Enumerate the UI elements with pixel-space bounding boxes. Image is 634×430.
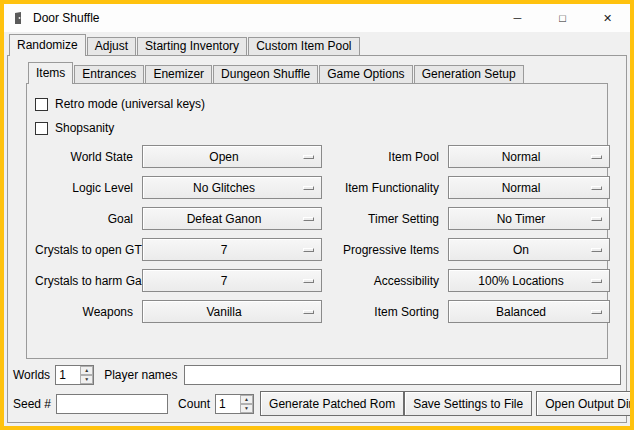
items-tab-panel: Retro mode (universal keys) Shopsanity W… (26, 83, 608, 359)
item-sorting-dropdown[interactable]: Balanced (448, 300, 610, 323)
world-state-dropdown[interactable]: Open (142, 145, 322, 168)
accessibility-dropdown[interactable]: 100% Locations (448, 269, 610, 292)
goal-dropdown[interactable]: Defeat Ganon (142, 207, 322, 230)
dropdown-indicator-icon (591, 279, 602, 283)
tab-items[interactable]: Items (28, 62, 73, 84)
item-pool-dropdown[interactable]: Normal (448, 145, 610, 168)
randomize-tab-panel: Items Entrances Enemizer Dungeon Shuffle… (7, 55, 627, 423)
progressive-items-dropdown[interactable]: On (448, 238, 610, 261)
worlds-row: Worlds ▲ ▼ Player names (13, 364, 621, 386)
item-functionality-label: Item Functionality (327, 181, 443, 195)
crystals-harm-ganon-value: 7 (221, 274, 228, 288)
dropdown-indicator-icon (303, 310, 314, 314)
window-controls: ─ □ ✕ (495, 4, 630, 32)
logic-level-dropdown[interactable]: No Glitches (142, 176, 322, 199)
checkbox-box-icon (35, 122, 48, 135)
crystals-open-gt-dropdown[interactable]: 7 (142, 238, 322, 261)
worlds-input[interactable] (56, 366, 80, 384)
tab-dungeon-shuffle[interactable]: Dungeon Shuffle (213, 65, 318, 83)
count-spin-arrows: ▲ ▼ (240, 395, 253, 413)
minimize-button[interactable]: ─ (495, 4, 540, 32)
sub-tabstrip: Items Entrances Enemizer Dungeon Shuffle… (8, 61, 626, 83)
worlds-label: Worlds (13, 368, 50, 382)
accessibility-value: 100% Locations (478, 274, 563, 288)
world-state-value: Open (209, 150, 238, 164)
item-functionality-value: Normal (502, 181, 541, 195)
count-spinbox[interactable]: ▲ ▼ (215, 394, 254, 414)
save-settings-button[interactable]: Save Settings to File (404, 391, 532, 416)
accessibility-label: Accessibility (327, 274, 443, 288)
dropdown-indicator-icon (591, 248, 602, 252)
retro-mode-label: Retro mode (universal keys) (55, 97, 205, 111)
retro-mode-checkbox[interactable]: Retro mode (universal keys) (35, 92, 601, 116)
shopsanity-label: Shopsanity (55, 121, 114, 135)
window-body: Randomize Adjust Starting Inventory Cust… (4, 32, 630, 426)
item-sorting-value: Balanced (496, 305, 546, 319)
count-label: Count (178, 397, 210, 411)
timer-setting-dropdown[interactable]: No Timer (448, 207, 610, 230)
crystals-open-gt-label: Crystals to open GT (35, 243, 137, 257)
tab-enemizer[interactable]: Enemizer (145, 65, 212, 83)
dropdown-indicator-icon (591, 310, 602, 314)
weapons-dropdown[interactable]: Vanilla (142, 300, 322, 323)
timer-setting-value: No Timer (497, 212, 546, 226)
tab-game-options[interactable]: Game Options (319, 65, 412, 83)
progressive-items-label: Progressive Items (327, 243, 443, 257)
spin-up-button[interactable]: ▲ (80, 366, 93, 375)
item-functionality-dropdown[interactable]: Normal (448, 176, 610, 199)
bottom-controls: Worlds ▲ ▼ Player names Seed # Count (8, 364, 626, 422)
open-output-directory-button[interactable]: Open Output Directory (536, 391, 634, 416)
dropdown-indicator-icon (303, 186, 314, 190)
crystals-open-gt-value: 7 (221, 243, 228, 257)
tab-starting-inventory[interactable]: Starting Inventory (137, 37, 247, 55)
tab-generation-setup[interactable]: Generation Setup (414, 65, 524, 83)
spin-down-button[interactable]: ▼ (240, 404, 253, 413)
tab-randomize[interactable]: Randomize (9, 34, 86, 56)
progressive-items-value: On (513, 243, 529, 257)
timer-setting-label: Timer Setting (327, 212, 443, 226)
worlds-spinbox[interactable]: ▲ ▼ (55, 365, 94, 385)
window-title: Door Shuffle (33, 11, 100, 25)
count-input[interactable] (216, 395, 240, 413)
goal-value: Defeat Ganon (187, 212, 262, 226)
dropdown-indicator-icon (303, 279, 314, 283)
player-names-input[interactable] (184, 365, 622, 385)
player-names-label: Player names (104, 368, 177, 382)
logic-level-value: No Glitches (193, 181, 255, 195)
crystals-harm-ganon-dropdown[interactable]: 7 (142, 269, 322, 292)
tab-custom-item-pool[interactable]: Custom Item Pool (248, 37, 359, 55)
shopsanity-checkbox[interactable]: Shopsanity (35, 116, 601, 140)
checkbox-box-icon (35, 98, 48, 111)
dropdown-indicator-icon (303, 248, 314, 252)
spin-down-button[interactable]: ▼ (80, 375, 93, 384)
dropdown-indicator-icon (591, 186, 602, 190)
weapons-label: Weapons (35, 305, 137, 319)
seed-input[interactable] (56, 394, 168, 414)
goal-label: Goal (35, 212, 137, 226)
seed-label: Seed # (13, 397, 51, 411)
generate-patched-rom-button[interactable]: Generate Patched Rom (260, 391, 404, 416)
item-pool-label: Item Pool (327, 150, 443, 164)
item-sorting-label: Item Sorting (327, 305, 443, 319)
tab-adjust[interactable]: Adjust (87, 37, 136, 55)
options-grid: World State Open Item Pool Normal Logic … (35, 145, 599, 323)
dropdown-indicator-icon (303, 217, 314, 221)
door-shuffle-window: Door Shuffle ─ □ ✕ Randomize Adjust Star… (0, 0, 634, 430)
close-button[interactable]: ✕ (585, 4, 630, 32)
weapons-value: Vanilla (206, 305, 241, 319)
spin-up-button[interactable]: ▲ (240, 395, 253, 404)
titlebar: Door Shuffle ─ □ ✕ (4, 4, 630, 32)
main-tabstrip: Randomize Adjust Starting Inventory Cust… (7, 33, 627, 55)
dropdown-indicator-icon (591, 155, 602, 159)
seed-row: Seed # Count ▲ ▼ Generate Patched Rom Sa… (13, 391, 621, 416)
crystals-harm-ganon-label: Crystals to harm Ganon (35, 274, 137, 288)
worlds-spin-arrows: ▲ ▼ (80, 366, 93, 384)
item-pool-value: Normal (502, 150, 541, 164)
world-state-label: World State (35, 150, 137, 164)
app-icon (11, 10, 27, 26)
maximize-button[interactable]: □ (540, 4, 585, 32)
dropdown-indicator-icon (591, 217, 602, 221)
tab-entrances[interactable]: Entrances (74, 65, 144, 83)
logic-level-label: Logic Level (35, 181, 137, 195)
dropdown-indicator-icon (303, 155, 314, 159)
